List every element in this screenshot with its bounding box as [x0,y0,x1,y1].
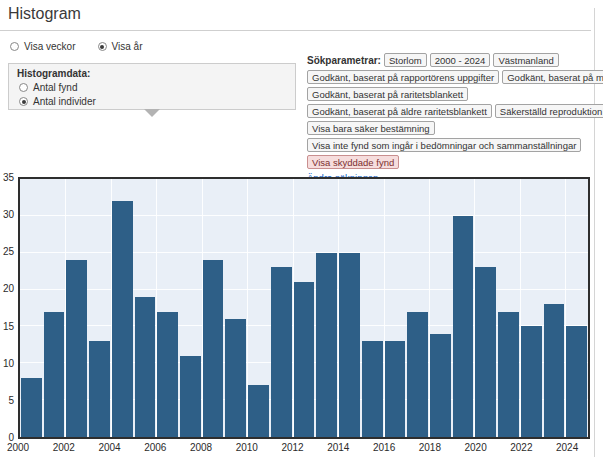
histogram-data-box: Histogramdata: Antal fynd Antal individe… [8,63,296,110]
x-axis-tick-label: 2006 [144,442,166,453]
histogram-bar [180,356,201,437]
histogram-bar [66,260,87,437]
y-axis: 05101520253035 [0,177,15,437]
histogram-bar [544,304,565,437]
x-axis-tick-label: 2020 [464,442,486,453]
histogram-bar [362,341,383,437]
filter-tag: Godkänt, baserat på äldre raritetsblanke… [307,104,492,118]
x-axis-tick-label: 2022 [510,442,532,453]
filter-tag: Godkänt, baserat på raritetsblankett [307,87,468,101]
filter-tag: Säkerställd reproduktion [495,104,603,118]
filter-tag: Visa bara säker bestämning [307,121,435,135]
radio-visa-ar[interactable]: Visa år [98,41,143,52]
histogram-bar [385,341,406,437]
x-axis-tick-label: 2014 [327,442,349,453]
plot-area [18,177,590,439]
x-axis-tick-label: 2004 [98,442,120,453]
histogram-bar [339,253,360,437]
filter-tag-period: 2000 - 2024 [430,53,491,67]
radio-visa-ar-label: Visa år [112,41,143,52]
histogram-bar [203,260,224,437]
histogram-bar [44,312,65,437]
x-axis-tick-label: 2012 [281,442,303,453]
radio-button-icon[interactable] [19,83,28,92]
histogram-bar [475,267,496,437]
histogram-bar [453,216,474,437]
filter-tag: Visa inte fynd som ingår i bedömningar o… [307,138,581,152]
bars-container [20,179,588,437]
radio-button-icon[interactable] [10,42,19,51]
x-axis-tick-label: 2018 [419,442,441,453]
histogram-bar [430,334,451,437]
histogram-bar [21,378,42,437]
filter-tag-region: Västmanland [493,53,558,67]
x-axis: 2000200220042006200820102012201420162018… [18,442,590,454]
histogram-bar [248,385,269,437]
x-axis-tick-label: 2002 [53,442,75,453]
filter-tag-species: Storlom [384,53,427,67]
filter-tag: Godkänt, baserat på media [502,70,603,84]
histogram-bar [157,312,178,437]
radio-antal-individer[interactable]: Antal individer [19,96,287,107]
x-axis-tick-label: 2016 [373,442,395,453]
radio-visa-veckor[interactable]: Visa veckor [10,41,76,52]
filter-tag: Godkänt, baserat på rapportörens uppgift… [307,70,499,84]
histogram-bar [566,326,587,437]
radio-antal-fynd-label: Antal fynd [33,82,77,93]
y-axis-tick-label: 20 [3,283,14,294]
histogram-bar [521,326,542,437]
radio-antal-fynd[interactable]: Antal fynd [19,82,287,93]
histogram-bar [112,201,133,437]
radio-visa-veckor-label: Visa veckor [24,41,76,52]
x-axis-tick-label: 2000 [7,442,29,453]
search-parameters-label: Sökparametrar: [307,55,381,66]
view-toggle-group: Visa veckor Visa år [10,41,164,52]
y-axis-tick-label: 35 [3,172,14,183]
y-axis-tick-label: 0 [8,432,14,443]
histogram-chart: 05101520253035 2000200220042006200820102… [0,171,592,455]
histogram-bar [498,312,519,437]
x-axis-tick-label: 2024 [556,442,578,453]
y-axis-tick-label: 30 [3,209,14,220]
histogram-data-title: Histogramdata: [17,68,287,79]
radio-button-icon[interactable] [98,42,107,51]
x-axis-tick-label: 2008 [190,442,212,453]
histogram-bar [407,312,428,437]
histogram-bar [135,297,156,437]
radio-button-icon[interactable] [19,97,28,106]
y-axis-tick-label: 10 [3,357,14,368]
y-axis-tick-label: 5 [8,394,14,405]
histogram-bar [271,267,292,437]
page-title: Histogram [8,5,81,23]
histogram-bar [294,282,315,437]
x-axis-tick-label: 2010 [236,442,258,453]
radio-antal-individer-label: Antal individer [33,96,96,107]
y-axis-tick-label: 15 [3,320,14,331]
histogram-bar [316,253,337,437]
y-axis-tick-label: 25 [3,246,14,257]
histogram-bar [89,341,110,437]
histogram-bar [225,319,246,437]
filter-tag-protected: Visa skyddade fynd [307,155,399,169]
title-divider [0,30,591,31]
